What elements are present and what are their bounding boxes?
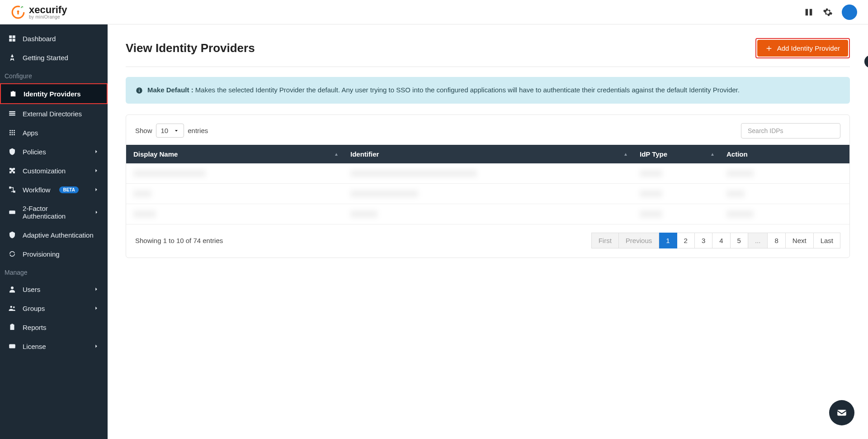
sidebar-item-2fa[interactable]: 2-Factor Authentication [0,199,108,225]
chat-fab[interactable] [829,400,854,425]
page-last-button[interactable]: Last [814,233,840,248]
svg-rect-4 [13,35,15,38]
chevron-right-icon [93,343,99,349]
sidebar-item-label: License [23,343,46,350]
svg-rect-21 [9,210,15,214]
sidebar-item-identity-providers[interactable]: Identity Providers [0,83,108,104]
page-size-select[interactable]: 10 [156,124,184,138]
avatar[interactable] [842,5,857,20]
chevron-down-icon [174,128,179,134]
sidebar-item-groups[interactable]: Groups [0,299,108,318]
svg-rect-28 [9,346,15,347]
table-row[interactable] [126,204,849,224]
mail-icon [836,407,848,419]
info-icon [136,87,143,94]
sidebar-item-label: Adaptive Authentication [23,231,94,239]
sidebar-item-customization[interactable]: Customization [0,161,108,180]
svg-point-23 [10,306,13,308]
svg-point-18 [14,134,15,135]
2fa-icon [8,208,16,216]
table-row[interactable] [126,163,849,184]
chevron-right-icon [93,305,99,311]
page-number-button[interactable]: 2 [677,233,695,248]
gear-icon[interactable] [823,7,833,17]
sidebar-item-policies[interactable]: Policies [0,142,108,161]
sidebar-item-getting-started[interactable]: Getting Started [0,48,108,67]
table-row[interactable] [126,183,849,204]
puzzle-icon [8,167,16,175]
plus-icon [765,45,773,52]
sidebar-item-provisioning[interactable]: Provisioning [0,244,108,263]
search-input[interactable] [741,123,840,138]
chevron-right-icon [93,186,99,193]
table-footer-text: Showing 1 to 10 of 74 entries [135,237,223,244]
info-banner: Make Default : Makes the selected Identi… [126,77,850,104]
brand-name: xecurify [29,5,67,15]
svg-rect-9 [9,115,15,115]
svg-rect-8 [9,113,15,114]
brand-logo[interactable]: xecurify by miniOrange [11,5,67,19]
svg-rect-25 [10,324,14,330]
check-shield-icon [8,231,16,239]
svg-point-13 [9,132,11,134]
svg-point-12 [14,130,15,131]
page-number-button[interactable]: 1 [659,233,677,248]
page-number-button[interactable]: 4 [712,233,730,248]
svg-rect-35 [837,410,846,416]
sidebar-item-label: Policies [23,148,46,156]
entries-label: entries [188,127,208,134]
sidebar-item-dashboard[interactable]: Dashboard [0,29,108,48]
sidebar-item-label: Reports [23,324,47,331]
page-next-button[interactable]: Next [786,233,814,248]
page-ellipsis: ... [748,233,768,248]
svg-rect-3 [9,35,12,38]
sidebar: Dashboard Getting Started Configure Iden… [0,24,108,439]
sidebar-item-users[interactable]: Users [0,280,108,299]
beta-badge: BETA [59,186,78,193]
sidebar-item-adaptive-auth[interactable]: Adaptive Authentication [0,225,108,244]
grid-icon [8,34,16,43]
sidebar-item-label: Apps [23,129,38,137]
page-number-button[interactable]: 8 [768,233,785,248]
sidebar-item-license[interactable]: License [0,337,108,356]
svg-rect-19 [9,186,11,189]
pagination: First Previous 1 2 3 4 5 ... 8 Next Last [591,233,840,248]
topbar: xecurify by miniOrange [0,0,868,24]
page-previous-button[interactable]: Previous [619,233,659,248]
sidebar-item-label: Getting Started [23,54,68,62]
sidebar-item-external-directories[interactable]: External Directories [0,104,108,123]
sidebar-item-label: 2-Factor Authentication [23,205,87,220]
brand-subtitle: by miniOrange [29,15,67,19]
sidebar-item-label: Workflow [23,186,50,194]
sidebar-item-reports[interactable]: Reports [0,318,108,337]
svg-rect-2 [17,11,19,14]
svg-rect-5 [9,39,12,42]
svg-rect-33 [139,90,139,92]
logo-icon [11,5,25,19]
col-display-name[interactable]: Display Name▲ [126,145,343,163]
card-icon [8,342,16,350]
chevron-right-icon [93,286,99,292]
svg-point-10 [9,130,11,131]
chevron-right-icon [93,167,99,174]
page-number-button[interactable]: 3 [695,233,712,248]
svg-rect-26 [11,324,14,325]
page-first-button[interactable]: First [591,233,619,248]
sidebar-item-apps[interactable]: Apps [0,123,108,142]
svg-point-16 [9,134,11,135]
col-identifier[interactable]: Identifier▲ [343,145,632,163]
add-identity-provider-button[interactable]: Add Identity Provider [757,40,848,57]
list-icon [8,110,16,118]
col-action: Action [719,145,849,163]
svg-point-34 [139,89,140,90]
sidebar-item-label: Identity Providers [24,90,81,98]
svg-rect-6 [13,39,15,42]
briefcase-icon [9,90,17,98]
docs-icon[interactable] [804,7,814,17]
sort-icon: ▲ [623,152,628,157]
col-idp-type[interactable]: IdP Type▲ [632,145,719,163]
page-number-button[interactable]: 5 [731,233,748,248]
sidebar-item-workflow[interactable]: Workflow BETA [0,180,108,199]
help-button[interactable]: ? [864,55,868,68]
add-button-highlight: Add Identity Provider [755,38,850,58]
